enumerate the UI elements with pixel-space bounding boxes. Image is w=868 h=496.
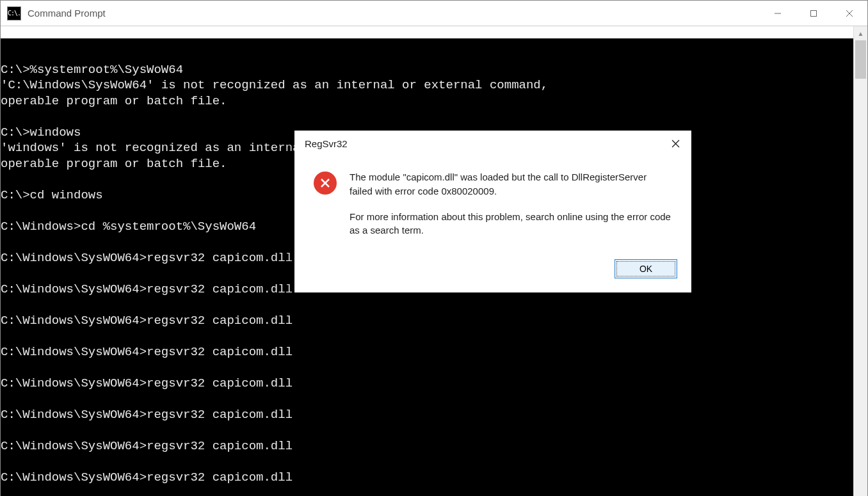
vertical-scrollbar[interactable]: ▲ ▼	[853, 26, 867, 496]
minimize-button[interactable]	[760, 1, 796, 26]
titlebar[interactable]: C:\. Command Prompt	[1, 1, 867, 26]
dialog-message-line2: For more information about this problem,…	[350, 210, 672, 238]
regsvr32-dialog: RegSvr32 The module "capicom.dll" was lo…	[294, 131, 691, 292]
svg-rect-1	[811, 10, 817, 16]
dialog-close-button[interactable]	[659, 131, 691, 156]
scroll-up-arrow[interactable]: ▲	[854, 26, 867, 40]
dialog-body: The module "capicom.dll" was loaded but …	[294, 156, 691, 250]
dialog-title: RegSvr32	[305, 138, 348, 149]
dialog-titlebar[interactable]: RegSvr32	[294, 131, 691, 156]
cmd-app-icon: C:\.	[7, 6, 21, 20]
scroll-thumb[interactable]	[855, 40, 866, 79]
command-prompt-window: C:\. Command Prompt C:\>%systemroot%\Sys…	[0, 0, 868, 496]
dialog-footer: OK	[294, 250, 691, 292]
dialog-message-line1: The module "capicom.dll" was loaded but …	[350, 170, 672, 198]
close-button[interactable]	[832, 1, 867, 26]
ok-button[interactable]: OK	[615, 259, 677, 278]
error-icon	[314, 172, 337, 195]
dialog-message: The module "capicom.dll" was loaded but …	[350, 170, 672, 237]
maximize-button[interactable]	[796, 1, 832, 26]
window-title: Command Prompt	[28, 8, 106, 19]
